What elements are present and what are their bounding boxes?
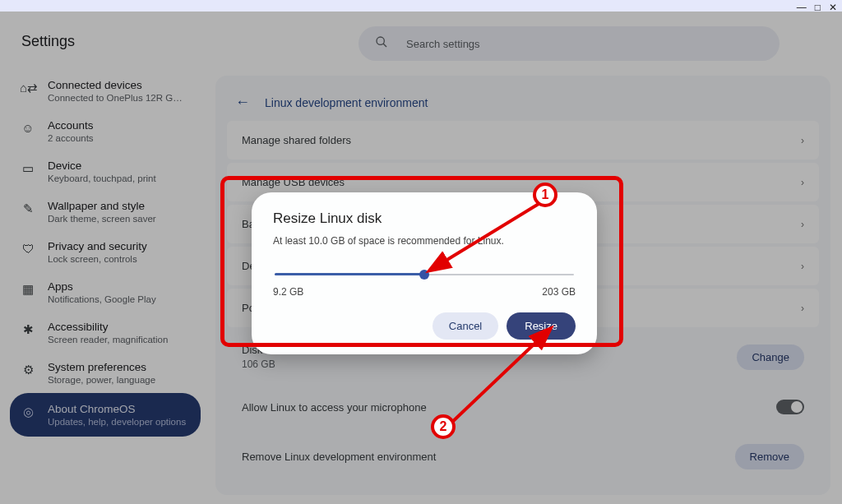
cancel-button[interactable]: Cancel xyxy=(433,312,498,340)
resize-disk-dialog: Resize Linux disk At least 10.0 GB of sp… xyxy=(252,192,597,354)
disk-size-slider[interactable] xyxy=(273,268,576,283)
title-bar: — □ ✕ xyxy=(0,0,842,12)
slider-thumb[interactable] xyxy=(419,270,429,280)
slider-min-label: 9.2 GB xyxy=(273,286,303,298)
dialog-title: Resize Linux disk xyxy=(273,210,576,227)
resize-button[interactable]: Resize xyxy=(507,312,576,340)
slider-max-label: 203 GB xyxy=(542,286,576,298)
dialog-hint: At least 10.0 GB of space is recommended… xyxy=(273,235,576,247)
slider-fill xyxy=(275,273,426,275)
